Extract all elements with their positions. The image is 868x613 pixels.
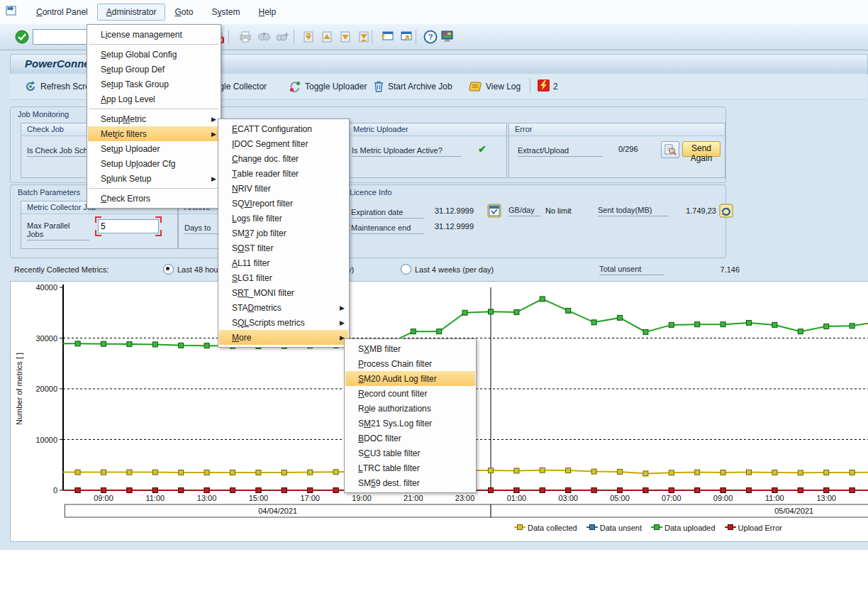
menu-item-srt-moni-filter[interactable]: SRT_MONI filter (219, 285, 348, 300)
menu-item-setup-task-group[interactable]: Setup Task Group (88, 77, 220, 92)
menu-item-bdoc-filter[interactable]: BDOC filter (345, 431, 475, 446)
last-page-icon[interactable] (356, 29, 372, 45)
legend-item-data-uploaded: Data uploaded (651, 524, 716, 532)
menu-item-sost-filter[interactable]: SOST filter (219, 241, 348, 255)
menubar-item-control-panel[interactable]: Control Panel (27, 4, 97, 21)
menu-item-app-log-level[interactable]: App Log Level (88, 92, 220, 106)
svg-text:21:00: 21:00 (404, 494, 423, 502)
error-panel: Error Extract/Upload 0/296 Send Again (508, 123, 725, 178)
menubar-item-system[interactable]: System (202, 4, 249, 21)
metric-filters-submenu: ECATT ConfigurationIDOC Segment filterCh… (218, 118, 350, 348)
radio-last-48-hours[interactable]: Last 48 hours (163, 264, 225, 275)
enter-icon[interactable] (14, 29, 30, 45)
svg-text:11:00: 11:00 (145, 494, 165, 502)
lightning-icon (538, 79, 550, 94)
shortcut-icon[interactable] (399, 29, 414, 45)
menu-item-role-authorizations[interactable]: Role authorizations (345, 401, 475, 416)
customize-layout-icon[interactable] (440, 29, 455, 45)
menu-item-sm37-job-filter[interactable]: SM37 job filter (219, 226, 348, 241)
menu-item-check-errors[interactable]: Check Errors (88, 191, 220, 206)
licence-info-title: Licence Info (350, 188, 391, 197)
radio-dot[interactable] (401, 264, 411, 275)
legend-marker-icon (586, 524, 598, 532)
menu-item-setup-uploader-cfg[interactable]: Setup Uploader Cfg (88, 156, 220, 171)
menu-item-sxmb-filter[interactable]: SXMB filter (345, 341, 475, 356)
legend-item-upload-error: Upload Error (725, 524, 782, 532)
menu-item-sql-scripts-metrics[interactable]: SQL Scripts metrics▶ (219, 315, 348, 330)
menubar-item-help[interactable]: Help (249, 4, 285, 21)
menu-item-splunk-setup[interactable]: Splunk Setup▶ (88, 171, 220, 186)
metric-uploader-label: Is Metric Uploader Active? (352, 145, 461, 157)
menu-item-sm21-sys-log-filter[interactable]: SM21 Sys.Log filter (345, 416, 475, 431)
new-session-icon[interactable] (380, 29, 396, 45)
selection-corner (95, 216, 101, 223)
menu-item-setup-group-def[interactable]: Setup Group Def (88, 62, 220, 77)
page-up-icon[interactable] (319, 29, 335, 45)
submenu-arrow-icon: ▶ (211, 116, 216, 123)
error-label: Extract/Upload (518, 145, 603, 157)
menu-item-sqvi-report-filter[interactable]: SQVI report filter (219, 196, 348, 211)
svg-text:01:00: 01:00 (507, 494, 527, 502)
menu-item-al11-filter[interactable]: AL11 filter (219, 255, 348, 270)
menu-item-setup-global-config[interactable]: Setup Global Config (88, 47, 220, 62)
menu-item-logs-file-filter[interactable]: Logs file filter (219, 211, 348, 226)
submenu-arrow-icon: ▶ (211, 131, 216, 138)
menu-item-process-chain-filter[interactable]: Process Chain filter (345, 356, 475, 371)
menu-item-metric-filters[interactable]: Metric filters▶ (88, 126, 220, 141)
magnifier-doc-icon[interactable] (661, 141, 679, 158)
view-log-button[interactable]: View Log (468, 79, 521, 94)
menu-item-setup-uploader[interactable]: Setup Uploader (88, 141, 220, 156)
menu-item-record-count-filter[interactable]: Record count filter (345, 386, 475, 401)
menu-item-slg1-filter[interactable]: SLG1 filter (219, 270, 348, 285)
radio-last-4-weeks[interactable]: Last 4 weeks (per day) (401, 264, 494, 275)
menu-item-stad-metrics[interactable]: STAD metrics▶ (219, 300, 348, 315)
page-down-icon[interactable] (338, 29, 353, 45)
menu-item-license-management[interactable]: License management (88, 27, 220, 42)
menu-item-more[interactable]: More▶ (219, 330, 348, 345)
resend-icon[interactable] (719, 204, 733, 221)
print-icon[interactable] (238, 29, 254, 45)
help-icon[interactable]: ? (423, 29, 438, 45)
maintenance-end-value: 31.12.9999 (435, 222, 474, 231)
max-parallel-jobs-input[interactable] (98, 219, 159, 233)
menu-item-nriv-filter[interactable]: NRIV filter (219, 181, 348, 196)
metric-uploader-header: Metric Uploader (347, 123, 506, 136)
menu-item-table-reader-filter[interactable]: Table reader filter (219, 166, 348, 181)
sap-menu-icon[interactable] (6, 4, 20, 20)
total-unsent-value: 7.146 (699, 265, 740, 274)
svg-text:23:00: 23:00 (455, 494, 475, 502)
selection-corner (95, 230, 101, 236)
total-unsent-label: Total unsent (599, 264, 664, 275)
menu-item-ecatt-configuration[interactable]: ECATT Configuration (219, 121, 348, 136)
menu-item-change-doc-filter[interactable]: Change doc. filter (219, 151, 348, 166)
menu-item-sm59-dest-filter[interactable]: SM59 dest. filter (345, 475, 475, 490)
menu-bar: Control PanelAdministratorGotoSystemHelp (0, 0, 868, 25)
menubar-item-goto[interactable]: Goto (165, 4, 202, 21)
menubar-item-administrator[interactable]: Administrator (97, 4, 166, 21)
calendar-icon[interactable] (487, 204, 501, 221)
submenu-arrow-icon: ▶ (211, 175, 216, 182)
radio-dot[interactable] (163, 264, 174, 275)
sap-gui-window: Control PanelAdministratorGotoSystemHelp… (0, 0, 868, 613)
menu-item-ltrc-table-filter[interactable]: LTRC table filter (345, 460, 475, 475)
menu-item-idoc-segment-filter[interactable]: IDOC Segment filter (219, 136, 348, 151)
send-again-button[interactable]: Send Again (682, 141, 720, 157)
menu-item-setup-metric[interactable]: Setup Metric▶ (88, 111, 220, 126)
toolbar-divider (530, 79, 530, 93)
legend-item-data-collected: Data collected (514, 524, 577, 532)
svg-text:13:00: 13:00 (197, 494, 217, 502)
legend-label: Data uploaded (664, 524, 716, 532)
legend-marker-icon (725, 524, 736, 532)
first-page-icon[interactable] (301, 29, 316, 45)
start-archive-job-button[interactable]: Start Archive Job (373, 79, 452, 94)
refresh-icon (24, 80, 37, 93)
find-next-icon[interactable] (275, 29, 291, 45)
svg-text:07:00: 07:00 (662, 494, 681, 502)
toggle-uploader-button[interactable]: Toggle Uploader (289, 79, 367, 94)
submenu-arrow-icon: ▶ (340, 304, 345, 311)
menu-item-scu3-table-filter[interactable]: SCU3 table filter (345, 446, 475, 460)
error-counter[interactable]: 2 (538, 79, 558, 94)
find-icon[interactable] (257, 29, 272, 45)
batch-parameters-title: Batch Parameters (18, 188, 80, 197)
menu-item-sm20-audit-log-filter[interactable]: SM20 Audit Log filter (345, 371, 475, 386)
